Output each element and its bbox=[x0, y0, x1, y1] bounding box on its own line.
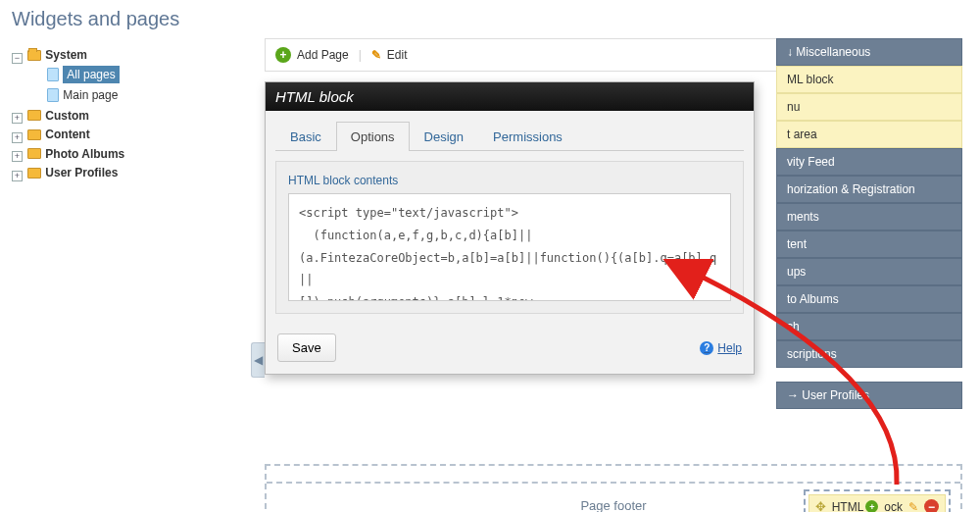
palette-item[interactable]: t area bbox=[776, 121, 962, 148]
palette-item[interactable]: tent bbox=[776, 230, 962, 258]
palette-section-user-profiles[interactable]: → User Profiles bbox=[776, 382, 962, 409]
folder-icon bbox=[27, 148, 41, 159]
expander-icon[interactable]: − bbox=[12, 53, 23, 64]
edit-button[interactable]: Edit bbox=[387, 48, 408, 62]
folder-icon bbox=[27, 110, 41, 121]
folder-icon bbox=[27, 129, 41, 140]
palette-item[interactable]: vity Feed bbox=[776, 148, 962, 176]
palette-item[interactable]: scriptions bbox=[776, 340, 962, 368]
html-contents-textarea[interactable]: <script type="text/javascript"> (functio… bbox=[288, 193, 731, 301]
dropzone-label: Page footer bbox=[580, 498, 646, 513]
palette-item[interactable]: to Albums bbox=[776, 285, 962, 313]
expander-none-icon bbox=[29, 91, 42, 102]
dialog-tabs: Basic Options Design Permissions bbox=[275, 121, 744, 151]
tree-label: Content bbox=[45, 126, 89, 143]
expander-icon[interactable]: + bbox=[12, 171, 23, 181]
tree-node-all-pages[interactable]: All pages bbox=[47, 66, 119, 83]
widget-chip-html-block[interactable]: ✥ HTML + ock ✎ − bbox=[808, 494, 946, 512]
dialog-title: HTML block bbox=[266, 82, 754, 111]
tree-node-main-page[interactable]: Main page bbox=[47, 86, 118, 104]
widgets-palette: ↓ Miscellaneous ML block nu t area vity … bbox=[776, 38, 962, 409]
dropzone: Page footer ✥ HTML + ock ✎ − ↖ Edit bbox=[265, 464, 962, 512]
tree-label: System bbox=[45, 46, 87, 64]
separator: | bbox=[359, 48, 362, 62]
palette-item[interactable]: ch bbox=[776, 313, 962, 340]
widget-chip-label: HTML bbox=[832, 500, 864, 513]
tree-label: User Profiles bbox=[45, 164, 118, 181]
tab-basic[interactable]: Basic bbox=[275, 122, 336, 151]
palette-section-misc[interactable]: ↓ Miscellaneous bbox=[776, 38, 962, 66]
palette-item[interactable]: ups bbox=[776, 258, 962, 285]
tree-node-system[interactable]: System bbox=[27, 46, 87, 64]
tab-design[interactable]: Design bbox=[410, 122, 478, 151]
expander-icon[interactable]: + bbox=[12, 151, 23, 162]
tree-label: All pages bbox=[63, 66, 119, 83]
move-icon[interactable]: ✥ bbox=[815, 499, 826, 512]
expander-none-icon bbox=[29, 71, 42, 81]
page-title: Widgets and pages bbox=[0, 0, 980, 38]
tab-permissions[interactable]: Permissions bbox=[478, 122, 577, 151]
tree-label: Photo Albums bbox=[45, 145, 124, 163]
main-panel: ◀ + Add Page | ✎ Edit Widgets for templa… bbox=[265, 38, 980, 512]
pencil-icon[interactable]: ✎ bbox=[908, 500, 918, 513]
help-label: Help bbox=[717, 341, 742, 355]
remove-icon[interactable]: − bbox=[924, 499, 939, 512]
save-button[interactable]: Save bbox=[277, 333, 336, 362]
expander-icon[interactable]: + bbox=[12, 113, 23, 124]
widget-chip-wrap: ✥ HTML + ock ✎ − bbox=[804, 489, 951, 512]
tree-node-content[interactable]: Content bbox=[27, 126, 89, 143]
plus-icon: + bbox=[275, 47, 291, 63]
folder-open-icon bbox=[27, 50, 41, 61]
expander-icon[interactable]: + bbox=[12, 132, 23, 143]
page-icon bbox=[47, 68, 59, 81]
tab-options[interactable]: Options bbox=[336, 122, 410, 151]
collapse-left-icon[interactable]: ◀ bbox=[251, 342, 265, 378]
folder-icon bbox=[27, 168, 41, 179]
tree-node-user-profiles[interactable]: User Profiles bbox=[27, 164, 118, 181]
palette-item[interactable]: nu bbox=[776, 93, 962, 121]
palette-item[interactable]: ML block bbox=[776, 66, 962, 93]
help-link[interactable]: ? Help bbox=[700, 341, 742, 355]
tree-label: Main page bbox=[63, 86, 118, 104]
add-page-button[interactable]: Add Page bbox=[297, 48, 349, 62]
field-label: HTML block contents bbox=[288, 174, 731, 187]
plus-icon: + bbox=[865, 500, 878, 512]
tree-node-photo-albums[interactable]: Photo Albums bbox=[27, 145, 124, 163]
page-icon bbox=[47, 88, 59, 102]
tree-label: Custom bbox=[45, 107, 89, 125]
palette-item[interactable]: ments bbox=[776, 203, 962, 230]
tree-panel: − System All pages bbox=[0, 38, 265, 512]
tree-node-custom[interactable]: Custom bbox=[27, 107, 89, 125]
pencil-icon: ✎ bbox=[371, 48, 381, 62]
nav-tree: − System All pages bbox=[12, 46, 253, 183]
palette-item[interactable]: horization & Registration bbox=[776, 176, 962, 203]
help-icon: ? bbox=[700, 341, 713, 355]
dialog-html-block: HTML block Basic Options Design Permissi… bbox=[265, 81, 755, 375]
